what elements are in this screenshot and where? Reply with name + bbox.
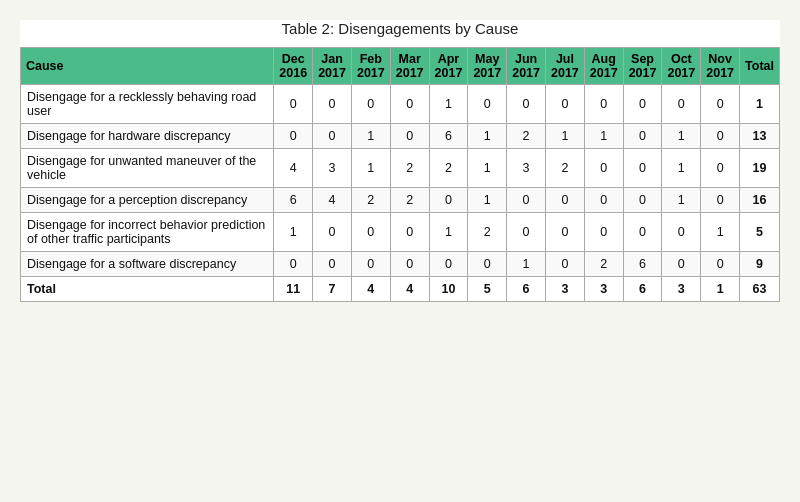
data-cell: 0 [623, 188, 662, 213]
data-cell: 1 [662, 149, 701, 188]
data-cell: 0 [507, 85, 546, 124]
cause-cell: Disengage for incorrect behavior predict… [21, 213, 274, 252]
data-cell: 0 [313, 85, 352, 124]
cause-cell: Disengage for a software discrepancy [21, 252, 274, 277]
data-cell: 1 [701, 213, 740, 252]
data-cell: 1 [468, 188, 507, 213]
data-cell: 2 [390, 149, 429, 188]
month-header-feb: Feb2017 [351, 48, 390, 85]
total-value-cell: 3 [584, 277, 623, 302]
disengagements-table: Cause Dec2016 Jan2017 Feb2017 Mar2017 Ap… [20, 47, 780, 302]
data-cell: 19 [740, 149, 780, 188]
data-cell: 1 [468, 124, 507, 149]
data-cell: 0 [584, 213, 623, 252]
total-value-cell: 4 [351, 277, 390, 302]
data-cell: 1 [584, 124, 623, 149]
data-cell: 0 [429, 252, 468, 277]
data-cell: 0 [390, 252, 429, 277]
data-cell: 0 [546, 188, 585, 213]
table-header-row: Cause Dec2016 Jan2017 Feb2017 Mar2017 Ap… [21, 48, 780, 85]
table-row: Disengage for incorrect behavior predict… [21, 213, 780, 252]
total-value-cell: 3 [546, 277, 585, 302]
table-title: Table 2: Disengagements by Cause [20, 20, 780, 37]
table-row: Disengage for unwanted maneuver of the v… [21, 149, 780, 188]
data-cell: 0 [390, 124, 429, 149]
month-header-jul: Jul2017 [546, 48, 585, 85]
month-header-aug: Aug2017 [584, 48, 623, 85]
table-row: Disengage for a perception discrepancy64… [21, 188, 780, 213]
month-header-dec: Dec2016 [274, 48, 313, 85]
data-cell: 0 [662, 213, 701, 252]
data-cell: 4 [313, 188, 352, 213]
data-cell: 0 [507, 213, 546, 252]
data-cell: 0 [701, 252, 740, 277]
data-cell: 0 [390, 213, 429, 252]
total-label: Total [21, 277, 274, 302]
data-cell: 0 [662, 85, 701, 124]
data-cell: 1 [429, 213, 468, 252]
data-cell: 0 [546, 85, 585, 124]
data-cell: 0 [351, 213, 390, 252]
month-header-sep: Sep2017 [623, 48, 662, 85]
month-header-mar: Mar2017 [390, 48, 429, 85]
data-cell: 0 [546, 213, 585, 252]
data-cell: 0 [623, 85, 662, 124]
data-cell: 1 [351, 149, 390, 188]
total-value-cell: 5 [468, 277, 507, 302]
data-cell: 1 [468, 149, 507, 188]
total-value-cell: 63 [740, 277, 780, 302]
data-cell: 1 [662, 188, 701, 213]
data-cell: 1 [740, 85, 780, 124]
table-row: Disengage for a recklessly behaving road… [21, 85, 780, 124]
total-value-cell: 3 [662, 277, 701, 302]
data-cell: 0 [468, 252, 507, 277]
data-cell: 9 [740, 252, 780, 277]
data-cell: 0 [274, 252, 313, 277]
data-cell: 0 [274, 85, 313, 124]
data-cell: 1 [351, 124, 390, 149]
data-cell: 0 [313, 124, 352, 149]
data-cell: 0 [313, 213, 352, 252]
data-cell: 0 [468, 85, 507, 124]
data-cell: 6 [274, 188, 313, 213]
total-value-cell: 1 [701, 277, 740, 302]
data-cell: 0 [584, 149, 623, 188]
data-cell: 0 [623, 213, 662, 252]
data-cell: 0 [701, 149, 740, 188]
total-value-cell: 6 [507, 277, 546, 302]
month-header-jan: Jan2017 [313, 48, 352, 85]
data-cell: 0 [701, 85, 740, 124]
data-cell: 2 [429, 149, 468, 188]
total-value-cell: 6 [623, 277, 662, 302]
data-cell: 0 [351, 252, 390, 277]
total-value-cell: 10 [429, 277, 468, 302]
data-cell: 0 [313, 252, 352, 277]
data-cell: 0 [584, 188, 623, 213]
data-cell: 0 [701, 124, 740, 149]
cause-header: Cause [21, 48, 274, 85]
data-cell: 3 [507, 149, 546, 188]
data-cell: 1 [662, 124, 701, 149]
month-header-jun: Jun2017 [507, 48, 546, 85]
total-row: Total1174410563363163 [21, 277, 780, 302]
data-cell: 6 [623, 252, 662, 277]
data-cell: 0 [623, 149, 662, 188]
data-cell: 2 [468, 213, 507, 252]
data-cell: 1 [429, 85, 468, 124]
data-cell: 0 [623, 124, 662, 149]
data-cell: 1 [507, 252, 546, 277]
data-cell: 1 [546, 124, 585, 149]
total-value-cell: 4 [390, 277, 429, 302]
total-value-cell: 7 [313, 277, 352, 302]
data-cell: 0 [390, 85, 429, 124]
data-cell: 0 [701, 188, 740, 213]
data-cell: 0 [662, 252, 701, 277]
data-cell: 1 [274, 213, 313, 252]
month-header-nov: Nov2017 [701, 48, 740, 85]
total-value-cell: 11 [274, 277, 313, 302]
data-cell: 0 [274, 124, 313, 149]
data-cell: 0 [507, 188, 546, 213]
month-header-apr: Apr2017 [429, 48, 468, 85]
cause-cell: Disengage for a perception discrepancy [21, 188, 274, 213]
table-row: Disengage for hardware discrepancy001061… [21, 124, 780, 149]
